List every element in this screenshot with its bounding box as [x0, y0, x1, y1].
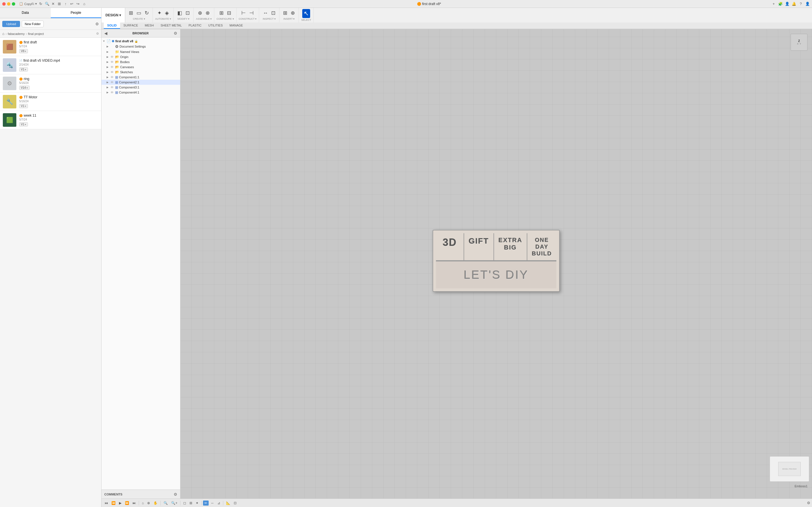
modify2-button[interactable]: ⊡ [184, 9, 191, 17]
user-icon[interactable]: 👤 [785, 2, 790, 6]
grid-icon[interactable]: ⊞ [57, 2, 62, 6]
snap-button[interactable]: ✦ [194, 501, 200, 506]
create-label[interactable]: CREATE ▾ [133, 17, 145, 20]
new-tab-button[interactable]: + [771, 2, 776, 6]
tree-item[interactable]: ▶ 👁 ▦ Component1:1 [101, 75, 180, 80]
extrude-button[interactable]: ▭ [135, 9, 143, 17]
file-version[interactable]: V14 ▾ [19, 86, 30, 90]
display-mode-button[interactable]: ◻ [182, 501, 188, 506]
tree-item[interactable]: ▶ ⚙ Document Settings [101, 44, 180, 49]
app-name[interactable]: 📋 CopyFi ▾ [19, 2, 37, 6]
inspect-label[interactable]: INSPECT ▾ [263, 17, 276, 20]
inspect2-button[interactable]: ⊡ [270, 9, 277, 17]
grid-button[interactable]: ⊞ [188, 501, 194, 506]
viewport-3d[interactable]: 3D GIFT EXTRABIG ONEDAYBUILD LET'S DIY Z… [181, 29, 812, 499]
list-item[interactable]: 🔧 🟠 TT Motor 5/16/24 V1 ▾ [0, 93, 101, 111]
playback-end-button[interactable]: ⏭ [131, 501, 137, 506]
measure-button[interactable]: 📐 [225, 501, 232, 506]
minimize-button[interactable] [7, 2, 10, 6]
panel-settings-icon[interactable]: ⚙ [95, 22, 99, 26]
insert1-button[interactable]: ⊞ [282, 9, 289, 17]
breadcrumb-settings-icon[interactable]: ⚙ [96, 32, 99, 36]
playback-next-button[interactable]: ⏩ [123, 501, 131, 506]
home-icon[interactable]: ⌂ [82, 2, 87, 6]
browser-settings-icon[interactable]: ⚙ [174, 31, 177, 36]
redo-icon[interactable]: ↪ [76, 2, 80, 6]
close-icon[interactable]: ✕ [51, 2, 56, 6]
construct2-button[interactable]: ⊣ [248, 9, 255, 17]
tree-item[interactable]: ▶ 👁 ▦ Component2:1 [101, 80, 180, 85]
tab-data[interactable]: Data [0, 8, 51, 18]
design-tab[interactable]: DESIGN ▾ [101, 8, 125, 22]
automate-label[interactable]: AUTOMATE ▾ [155, 17, 171, 20]
tab-people[interactable]: People [51, 8, 101, 18]
tree-item[interactable]: ▶ 👁 ▦ Component4:1 [101, 90, 180, 95]
playback-prev-button[interactable]: ⏪ [110, 501, 117, 506]
refresh-button[interactable]: ↻ [39, 2, 43, 6]
home-breadcrumb-icon[interactable]: ⌂ [2, 32, 4, 36]
search-button[interactable]: 🔍 [45, 2, 49, 6]
undo-icon[interactable]: ↩ [70, 2, 74, 6]
subtab-manage[interactable]: MANAGE [226, 22, 246, 29]
tree-root-item[interactable]: ▼ 📄 first draft v8 🔒 [101, 39, 180, 44]
insert2-button[interactable]: ⊕ [289, 9, 296, 17]
tree-item[interactable]: ▶ 👁 📂 Canvases [101, 64, 180, 69]
profile-icon[interactable]: 👤 [805, 2, 810, 6]
new-component-button[interactable]: ⊞ [128, 9, 135, 17]
subtab-utilities[interactable]: UTILITIES [205, 22, 226, 29]
list-item[interactable]: ⚙ 🟠 ring 5/16/24 V14 ▾ [0, 74, 101, 93]
upload-button[interactable]: Upload [2, 21, 20, 27]
notification-icon[interactable]: 🔔 [792, 2, 796, 6]
modify1-button[interactable]: ◧ [176, 9, 184, 17]
subtab-plastic[interactable]: PLASTIC [185, 22, 205, 29]
revolve-button[interactable]: ↻ [143, 9, 150, 17]
file-version[interactable]: V1 ▾ [19, 67, 28, 71]
subtab-mesh[interactable]: MESH [142, 22, 157, 29]
subtab-solid[interactable]: SOLID [104, 22, 120, 29]
close-button[interactable] [2, 2, 6, 6]
view-orbit-button[interactable]: ⊕ [146, 501, 151, 506]
select-label[interactable]: SELECT [301, 18, 311, 21]
tree-item[interactable]: ▶ 👁 ▦ Component3:1 [101, 85, 180, 90]
insert-label[interactable]: INSERT ▾ [283, 17, 295, 20]
browser-collapse-icon[interactable]: ◀ [104, 31, 107, 36]
modify-label[interactable]: MODIFY ▾ [177, 17, 190, 20]
construct1-button[interactable]: ⊢ [240, 9, 247, 17]
select-button[interactable]: ↖ [302, 9, 310, 18]
file-version[interactable]: V1 ▾ [19, 122, 28, 126]
automate1-button[interactable]: ✦ [156, 9, 163, 17]
list-item[interactable]: 🟩 🟠 week 11 5/7/24 V1 ▾ [0, 111, 101, 129]
construct-label[interactable]: CONSTRUCT ▾ [239, 17, 257, 20]
extension-button[interactable]: 🧩 [778, 2, 783, 6]
constraint-button[interactable]: ⊿ [216, 501, 221, 506]
view-pan-button[interactable]: ✋ [152, 501, 159, 506]
tree-item[interactable]: ▶ 👁 📂 Origin [101, 54, 180, 59]
file-version[interactable]: V8 ▾ [19, 49, 28, 53]
upload-icon[interactable]: ↑ [63, 2, 68, 6]
list-item[interactable]: 🟫 🟠 first draft 5/7/24 V8 ▾ [0, 38, 101, 56]
inspect1-button[interactable]: ↔ [261, 9, 269, 17]
help-icon[interactable]: ? [799, 2, 803, 6]
list-item[interactable]: 🔩 📄 first draft v5 VIDEO.mp4 2/14/24 V1 … [0, 56, 101, 74]
file-version[interactable]: V1 ▾ [19, 104, 28, 108]
dimension-button[interactable]: ↔ [209, 501, 215, 506]
new-folder-button[interactable]: New Folder [22, 20, 44, 27]
sketch-mode-button[interactable]: ✏ [203, 501, 209, 506]
breadcrumb-final-project[interactable]: final project [28, 32, 44, 36]
view-home-button[interactable]: ⌂ [140, 501, 145, 506]
configure1-button[interactable]: ⊞ [218, 9, 225, 17]
zoom-fit-button[interactable]: 🔍 [162, 501, 169, 506]
subtab-surface[interactable]: SURFACE [120, 22, 142, 29]
playback-start-button[interactable]: ⏮ [103, 501, 109, 506]
assemble1-button[interactable]: ⊕ [197, 9, 204, 17]
configure2-button[interactable]: ⊟ [225, 9, 233, 17]
bottom-settings-icon[interactable]: ⚙ [807, 501, 810, 505]
assemble2-button[interactable]: ⊗ [204, 9, 211, 17]
configure-label[interactable]: CONFIGURE ▾ [216, 17, 234, 20]
tree-item[interactable]: ▶ 👁 📂 Sketches [101, 69, 180, 75]
automate2-button[interactable]: ◈ [163, 9, 170, 17]
tree-item[interactable]: ▶ 👁 📂 Bodies [101, 59, 180, 64]
section-button[interactable]: ⊡ [232, 501, 238, 506]
subtab-sheet-metal[interactable]: SHEET METAL [157, 22, 185, 29]
playback-play-button[interactable]: ▶ [117, 501, 123, 506]
